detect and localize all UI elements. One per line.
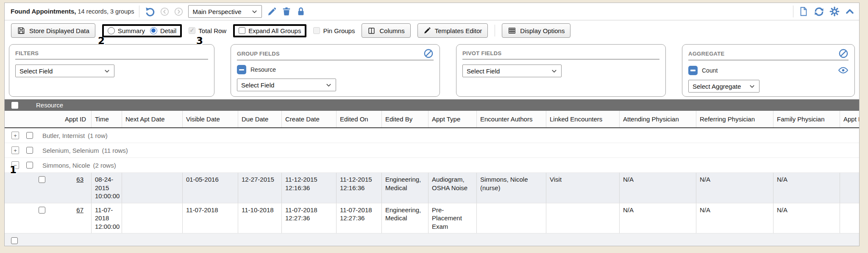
- prev-perspective-icon[interactable]: [160, 7, 169, 16]
- group-checkbox[interactable]: [26, 132, 33, 139]
- footer-checkbox[interactable]: [11, 237, 18, 244]
- column-header-appt-type[interactable]: Appt Type: [428, 111, 477, 127]
- checkbox-disabled-icon[interactable]: [313, 27, 320, 34]
- collapse-panel-icon[interactable]: [845, 6, 855, 17]
- encounter-authors-cell: Simmons, Nicole (nurse): [477, 173, 546, 203]
- display-options-button[interactable]: Display Options: [502, 23, 570, 38]
- column-header-time[interactable]: Time: [92, 111, 122, 127]
- chevron-down-icon: [104, 68, 110, 74]
- delete-perspective-icon[interactable]: [282, 7, 291, 16]
- appt-type-cell: Pre-Placement Exam: [428, 203, 477, 233]
- column-header-referring-physician[interactable]: Referring Physician: [696, 111, 773, 127]
- appt-id-link[interactable]: 63: [76, 175, 83, 184]
- eye-icon[interactable]: [838, 65, 849, 76]
- perspective-select[interactable]: Main Perspective: [188, 5, 262, 18]
- linked-encounters-cell: Visit: [546, 173, 620, 203]
- filters-panel: FILTERS Select Field: [9, 44, 214, 97]
- radio-selected-icon[interactable]: [150, 27, 157, 34]
- column-header-row: Appt ID Time Next Apt Date Visible Date …: [5, 111, 859, 128]
- linked-encounters-cell: [546, 203, 620, 233]
- due-date-cell: 11-10-2018: [238, 203, 282, 233]
- checkbox-checked-disabled-icon[interactable]: [189, 27, 195, 34]
- create-date-cell: 11-07-2018 12:27:36: [282, 203, 337, 233]
- pivot-fields-title: PIVOT FIELDS: [462, 50, 501, 56]
- group-by-bar: Resource: [5, 99, 859, 111]
- column-header-next-apt-date[interactable]: Next Apt Date: [122, 111, 183, 127]
- edited-by-cell: Engineering, Medical: [382, 203, 428, 233]
- group-fields-panel: GROUP FIELDS Resource Select Field: [231, 44, 440, 97]
- records-summary: 14 records, 3 groups: [78, 8, 134, 15]
- column-header-edited-on[interactable]: Edited On: [337, 111, 382, 127]
- columns-button[interactable]: Columns: [362, 23, 410, 38]
- expand-all-groups-checkbox[interactable]: Expand All Groups: [239, 27, 301, 34]
- aggregate-select[interactable]: Select Aggregate: [688, 80, 760, 93]
- group-name: Selenium, Selenium: [42, 147, 99, 154]
- group-row-count: (1 row): [88, 132, 108, 139]
- undo-icon[interactable]: [145, 6, 155, 17]
- filters-field-select[interactable]: Select Field: [15, 65, 114, 77]
- visible-date-cell: 11-07-2018: [183, 203, 238, 233]
- new-document-icon[interactable]: [798, 6, 809, 17]
- column-header-attending-physician[interactable]: Attending Physician: [620, 111, 696, 127]
- group-checkbox[interactable]: [26, 162, 33, 169]
- group-fields-panel-header: GROUP FIELDS: [237, 48, 434, 60]
- group-field-item-label: Resource: [250, 66, 276, 73]
- remove-field-icon[interactable]: [237, 65, 246, 74]
- summary-radio[interactable]: Summary: [108, 27, 145, 34]
- row-checkbox[interactable]: [39, 207, 45, 214]
- column-header-appt-id[interactable]: Appt ID: [5, 111, 92, 127]
- detail-radio[interactable]: Detail: [150, 27, 176, 34]
- column-header-encounter-authors[interactable]: Encounter Authors: [477, 111, 546, 127]
- time-cell: 11-07-2018 12:00:00: [92, 203, 122, 233]
- appt-id-link[interactable]: 67: [76, 206, 83, 214]
- group-field-select[interactable]: Select Field: [237, 79, 336, 91]
- templates-editor-button[interactable]: Templates Editor: [417, 23, 488, 38]
- column-header-create-date[interactable]: Create Date: [282, 111, 337, 127]
- group-row-selenium: + Selenium, Selenium (11 rows): [5, 143, 859, 158]
- family-physician-cell: N/A: [773, 173, 840, 203]
- pin-groups-checkbox[interactable]: Pin Groups: [313, 27, 355, 34]
- refresh-icon[interactable]: [814, 6, 824, 17]
- clear-aggregate-icon[interactable]: [838, 48, 849, 59]
- remove-aggregate-icon[interactable]: [688, 66, 698, 75]
- aggregate-title: AGGREGATE: [688, 51, 725, 57]
- radio-icon[interactable]: [108, 27, 115, 34]
- lock-perspective-icon[interactable]: [296, 7, 306, 16]
- row-checkbox[interactable]: [39, 176, 45, 183]
- pivot-fields-panel-header: PIVOT FIELDS: [462, 48, 659, 59]
- header-bar: Found Appointments,14 records, 3 groups …: [5, 3, 859, 20]
- display-options-label: Display Options: [520, 27, 565, 34]
- select-all-checkbox[interactable]: [11, 102, 18, 109]
- referring-physician-cell: N/A: [696, 203, 773, 233]
- edited-by-cell: Engineering, Medical: [382, 173, 428, 203]
- total-row-checkbox[interactable]: Total Row: [189, 27, 226, 34]
- column-header-visible-date[interactable]: Visible Date: [183, 111, 238, 127]
- next-perspective-icon[interactable]: [174, 7, 183, 16]
- next-apt-date-cell: [122, 173, 183, 203]
- column-header-due-date[interactable]: Due Date: [238, 111, 282, 127]
- group-name: Butler, Internist: [42, 132, 85, 139]
- family-physician-cell: N/A: [773, 203, 840, 233]
- expand-group-icon[interactable]: +: [11, 146, 19, 154]
- pivot-field-select[interactable]: Select Field: [462, 65, 562, 77]
- store-displayed-data-button[interactable]: Store Displayed Data: [11, 23, 95, 38]
- due-date-cell: 12-27-2015: [238, 173, 282, 203]
- column-header-edited-by[interactable]: Edited By: [382, 111, 428, 127]
- create-date-cell: 11-12-2015 12:16:36: [282, 173, 337, 203]
- group-checkbox[interactable]: [26, 147, 33, 154]
- table-row: 67 11-07-2018 12:00:00 11-07-2018 11-10-…: [5, 203, 859, 234]
- annotation-box-3: Expand All Groups: [233, 24, 306, 37]
- page-title-text: Found Appointments,: [11, 8, 76, 15]
- gear-icon[interactable]: [829, 6, 840, 17]
- expand-group-icon[interactable]: +: [11, 132, 19, 139]
- column-header-family-physician[interactable]: Family Physician: [773, 111, 840, 127]
- group-row-count: (2 rows): [93, 162, 116, 169]
- divider: [495, 25, 495, 37]
- annotation-box-2: Summary Detail: [102, 24, 182, 37]
- column-header-linked-encounters[interactable]: Linked Encounters: [546, 111, 620, 127]
- group-row-count: (11 rows): [102, 147, 128, 154]
- edit-perspective-icon[interactable]: [267, 7, 277, 17]
- clear-group-fields-icon[interactable]: [423, 48, 434, 59]
- column-header-appt-reason[interactable]: Appt Re: [840, 111, 860, 127]
- checkbox-icon[interactable]: [239, 27, 245, 34]
